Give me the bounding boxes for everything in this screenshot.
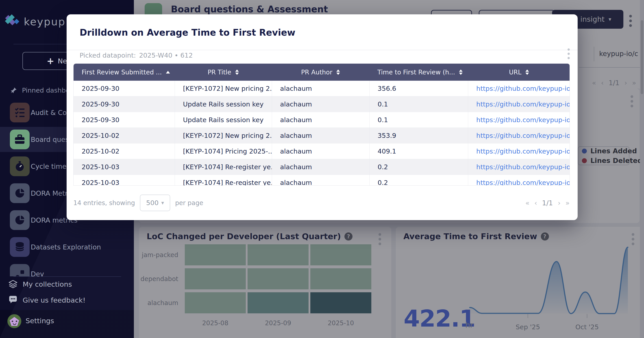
table-cell: https://github.com/keypup-io/h: [468, 81, 570, 96]
modal-pagination: «‹1/1›»: [526, 199, 570, 207]
table-cell: alachaum: [272, 81, 369, 96]
pagination-last-button[interactable]: »: [566, 199, 570, 207]
column-header-pr-author[interactable]: PR Author: [272, 64, 369, 81]
pagination-prev-button[interactable]: ‹: [534, 199, 537, 207]
table-row: 2025-10-03[KEYP-1074] Re-register ye...a…: [74, 159, 570, 175]
picked-datapoint-label: Picked datapoint:: [80, 51, 136, 59]
table-cell: alachaum: [272, 96, 369, 112]
column-header-label: PR Author: [301, 69, 332, 76]
briefcase-icon: [10, 130, 30, 149]
pagination-first-button[interactable]: «: [526, 199, 530, 207]
table-cell: alachaum: [272, 175, 369, 186]
chevron-down-icon: ▾: [161, 200, 164, 206]
table-cell: 2025-09-30: [74, 96, 175, 112]
table-row: 2025-10-03[KEYP-1074] Re-register ye...a…: [74, 175, 570, 186]
sort-ascending-icon: [166, 71, 170, 73]
sidebar-item-settings[interactable]: Settings: [26, 317, 54, 325]
table-cell: 2025-09-30: [74, 112, 175, 128]
pr-url-link[interactable]: https://github.com/keypup-io/h: [476, 179, 570, 186]
sort-icon: [336, 69, 340, 75]
sidebar-link-label: My collections: [23, 280, 72, 288]
sidebar-item-label: Datasets Exploration: [31, 234, 101, 260]
kebab-menu-icon[interactable]: [568, 48, 570, 59]
pr-url-link[interactable]: https://github.com/keypup-io/h: [476, 147, 570, 155]
sidebar-item-label: Board quest: [31, 127, 72, 152]
picked-datapoint: Picked datapoint: 2025-W40 • 612: [80, 50, 193, 60]
pr-url-link[interactable]: https://github.com/keypup-io/v: [476, 116, 570, 124]
table-cell: [KEYP-1072] New pricing 2...: [175, 128, 272, 143]
logo-text: keypup: [24, 16, 66, 28]
briefcase-icon: [14, 134, 26, 145]
table-cell: [KEYP-1072] New pricing 2...: [175, 81, 272, 96]
table-cell: https://github.com/keypup-io/h: [468, 128, 570, 143]
column-header-url[interactable]: URL: [468, 64, 570, 81]
picked-datapoint-value: 2025-W40 • 612: [139, 51, 193, 59]
table-row: 2025-09-30Update Rails session keyalacha…: [74, 96, 570, 112]
table-cell: https://github.com/keypup-io/v: [468, 112, 570, 128]
table-cell: [KEYP-1074] Pricing 2025-...: [175, 143, 272, 159]
table-cell: 356.6: [369, 81, 468, 96]
table-cell: 0.2: [369, 159, 468, 175]
table-cell: 2025-10-02: [74, 143, 175, 159]
table-cell: alachaum: [272, 143, 369, 159]
pie-chart-icon: [14, 214, 26, 226]
column-header-label: URL: [509, 69, 522, 76]
page-size-select[interactable]: 500 ▾: [140, 195, 170, 211]
sidebar-item-label: DORA Metri: [31, 181, 70, 206]
keypup-logo[interactable]: keypup: [5, 14, 66, 29]
pagination-next-button[interactable]: ›: [558, 199, 560, 207]
table-cell: 2025-10-03: [74, 159, 175, 175]
pr-url-link[interactable]: https://github.com/keypup-io/h: [476, 163, 570, 171]
column-header-label: Time to First Review (h...: [378, 69, 455, 76]
database-icon: [10, 237, 30, 257]
pr-url-link[interactable]: https://github.com/keypup-io/h: [476, 100, 570, 108]
sort-icon: [235, 69, 239, 75]
plus-icon: +: [47, 56, 54, 65]
table-cell: Update Rails session key: [175, 96, 272, 112]
pagination-page-indicator: 1/1: [542, 199, 553, 207]
dashboard-icon: [14, 268, 26, 276]
sort-icon: [526, 69, 529, 75]
table-cell: 0.1: [369, 96, 468, 112]
sidebar-footer: Settings: [0, 310, 134, 338]
column-header-label: First Review Submitted ...: [82, 69, 162, 76]
table-cell: 2025-09-30: [74, 81, 175, 96]
pie-chart-icon: [10, 210, 30, 230]
table-cell: [KEYP-1074] Re-register ye...: [175, 159, 272, 175]
pie-chart-icon: [10, 183, 30, 203]
settings-label: Settings: [26, 317, 54, 325]
pie-chart-icon: [14, 187, 26, 199]
table-row: 2025-09-30[KEYP-1072] New pricing 2...al…: [74, 81, 570, 96]
table-cell: alachaum: [272, 159, 369, 175]
column-header-time-to-first-review-h-[interactable]: Time to First Review (h...: [369, 64, 468, 81]
sort-icon: [459, 69, 462, 75]
sidebar-item-my-collections[interactable]: My collections: [8, 280, 72, 289]
pinned-dashboards-header: Pinned dashbo: [10, 86, 70, 94]
table-cell: 0.1: [369, 112, 468, 128]
table-cell: 2025-10-03: [74, 175, 175, 186]
pr-url-link[interactable]: https://github.com/keypup-io/h: [476, 132, 570, 139]
drilldown-modal: Drilldown on Average Time to First Revie…: [66, 14, 578, 220]
avatar[interactable]: [8, 314, 21, 328]
table-cell: https://github.com/keypup-io/h: [468, 143, 570, 159]
table-cell: https://github.com/keypup-io/h: [468, 175, 570, 186]
keypup-logo-icon: [5, 14, 20, 29]
column-header-first-review-submitted-[interactable]: First Review Submitted ...: [74, 64, 175, 81]
column-header-pr-title[interactable]: PR Title: [175, 64, 272, 81]
dashboard-icon: [10, 264, 30, 276]
entries-count-label: 14 entries, showing: [73, 199, 135, 207]
pr-url-link[interactable]: https://github.com/keypup-io/h: [476, 85, 570, 92]
modal-title: Drilldown on Average Time to First Revie…: [80, 27, 295, 38]
sidebar-item-dev[interactable]: Dev: [0, 261, 134, 276]
sidebar-link-label: Give us feedback!: [23, 296, 86, 304]
chat-icon: [8, 296, 18, 305]
pin-icon: [10, 86, 18, 94]
table-row: 2025-10-02[KEYP-1074] Pricing 2025-...al…: [74, 143, 570, 159]
app-root: keypup + New d Pinned dashbo Audit & Com…: [0, 0, 644, 338]
sidebar-item-datasets-exploration[interactable]: Datasets Exploration: [0, 234, 134, 260]
table-cell: 353.9: [369, 128, 468, 143]
checklist-icon: [10, 103, 30, 122]
table-cell: Update Rails session key: [175, 112, 272, 128]
column-header-label: PR Title: [208, 69, 231, 76]
sidebar-item-feedback[interactable]: Give us feedback!: [8, 296, 86, 305]
